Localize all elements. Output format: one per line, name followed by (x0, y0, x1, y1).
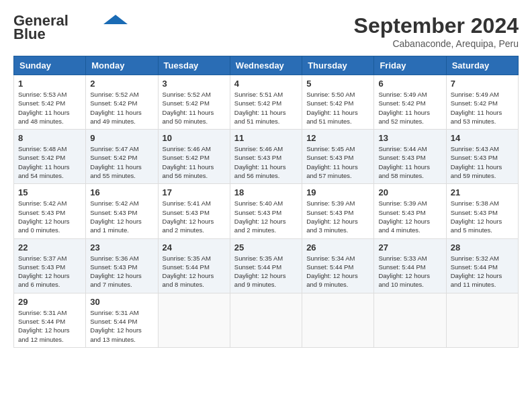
day-number: 26 (306, 242, 369, 253)
day-number: 11 (234, 133, 298, 143)
day-info: Sunrise: 5:41 AMSunset: 5:43 PMDaylight:… (163, 199, 226, 234)
calendar-cell: 14Sunrise: 5:43 AMSunset: 5:43 PMDayligh… (446, 130, 518, 184)
day-number: 23 (90, 242, 153, 253)
day-info: Sunrise: 5:33 AMSunset: 5:44 PMDaylight:… (378, 254, 441, 289)
calendar-cell: 22Sunrise: 5:37 AMSunset: 5:43 PMDayligh… (14, 238, 86, 293)
day-info: Sunrise: 5:48 AMSunset: 5:42 PMDaylight:… (18, 144, 81, 180)
day-info: Sunrise: 5:51 AMSunset: 5:42 PMDaylight:… (234, 90, 298, 126)
day-number: 19 (306, 187, 369, 197)
col-header-tuesday: Tuesday (158, 56, 230, 75)
logo-blue: Blue (13, 27, 46, 42)
day-number: 8 (18, 133, 81, 143)
day-info: Sunrise: 5:42 AMSunset: 5:43 PMDaylight:… (90, 199, 153, 234)
week-row-3: 15Sunrise: 5:42 AMSunset: 5:43 PMDayligh… (14, 184, 519, 238)
day-number: 9 (90, 133, 153, 143)
day-number: 2 (90, 79, 153, 89)
day-number: 10 (163, 133, 226, 143)
day-number: 27 (378, 242, 441, 253)
calendar-cell: 27Sunrise: 5:33 AMSunset: 5:44 PMDayligh… (374, 238, 446, 293)
day-info: Sunrise: 5:34 AMSunset: 5:44 PMDaylight:… (306, 254, 369, 289)
day-number: 25 (234, 242, 298, 253)
day-number: 14 (451, 133, 514, 143)
title-block: September 2024 Cabanaconde, Arequipa, Pe… (354, 13, 519, 49)
calendar-cell: 21Sunrise: 5:38 AMSunset: 5:43 PMDayligh… (446, 184, 518, 238)
calendar-title: September 2024 (354, 13, 519, 38)
calendar-cell: 24Sunrise: 5:35 AMSunset: 5:44 PMDayligh… (158, 238, 230, 293)
day-info: Sunrise: 5:52 AMSunset: 5:42 PMDaylight:… (90, 90, 153, 126)
calendar-cell: 18Sunrise: 5:40 AMSunset: 5:43 PMDayligh… (230, 184, 302, 238)
calendar-cell: 25Sunrise: 5:35 AMSunset: 5:44 PMDayligh… (230, 238, 302, 293)
calendar-cell: 10Sunrise: 5:46 AMSunset: 5:42 PMDayligh… (158, 130, 230, 184)
calendar-subtitle: Cabanaconde, Arequipa, Peru (354, 38, 519, 49)
day-number: 13 (378, 133, 441, 143)
day-info: Sunrise: 5:52 AMSunset: 5:42 PMDaylight:… (163, 90, 226, 126)
day-info: Sunrise: 5:44 AMSunset: 5:43 PMDaylight:… (378, 144, 441, 180)
day-number: 20 (378, 187, 441, 197)
calendar-cell: 30Sunrise: 5:31 AMSunset: 5:44 PMDayligh… (86, 293, 158, 347)
calendar-cell: 29Sunrise: 5:31 AMSunset: 5:44 PMDayligh… (14, 293, 86, 347)
week-row-4: 22Sunrise: 5:37 AMSunset: 5:43 PMDayligh… (14, 238, 519, 293)
day-info: Sunrise: 5:46 AMSunset: 5:42 PMDaylight:… (163, 144, 226, 180)
day-info: Sunrise: 5:46 AMSunset: 5:43 PMDaylight:… (234, 144, 298, 180)
day-info: Sunrise: 5:31 AMSunset: 5:44 PMDaylight:… (90, 308, 153, 344)
day-number: 24 (163, 242, 226, 253)
day-number: 16 (90, 187, 153, 197)
calendar-cell: 3Sunrise: 5:52 AMSunset: 5:42 PMDaylight… (158, 75, 230, 130)
calendar-cell: 7Sunrise: 5:49 AMSunset: 5:42 PMDaylight… (446, 75, 518, 130)
calendar-cell: 9Sunrise: 5:47 AMSunset: 5:42 PMDaylight… (86, 130, 158, 184)
week-row-5: 29Sunrise: 5:31 AMSunset: 5:44 PMDayligh… (14, 293, 519, 347)
day-info: Sunrise: 5:45 AMSunset: 5:43 PMDaylight:… (306, 144, 369, 180)
day-info: Sunrise: 5:43 AMSunset: 5:43 PMDaylight:… (451, 144, 514, 180)
day-info: Sunrise: 5:42 AMSunset: 5:43 PMDaylight:… (18, 199, 81, 234)
day-info: Sunrise: 5:31 AMSunset: 5:44 PMDaylight:… (18, 308, 81, 344)
calendar-cell: 13Sunrise: 5:44 AMSunset: 5:43 PMDayligh… (374, 130, 446, 184)
calendar-cell: 2Sunrise: 5:52 AMSunset: 5:42 PMDaylight… (86, 75, 158, 130)
col-header-friday: Friday (374, 56, 446, 75)
calendar-cell: 4Sunrise: 5:51 AMSunset: 5:42 PMDaylight… (230, 75, 302, 130)
day-info: Sunrise: 5:38 AMSunset: 5:43 PMDaylight:… (451, 199, 514, 234)
col-header-wednesday: Wednesday (230, 56, 302, 75)
day-number: 18 (234, 187, 298, 197)
calendar-cell (374, 293, 446, 347)
day-info: Sunrise: 5:39 AMSunset: 5:43 PMDaylight:… (306, 199, 369, 234)
day-info: Sunrise: 5:50 AMSunset: 5:42 PMDaylight:… (306, 90, 369, 126)
day-number: 30 (90, 297, 153, 307)
day-info: Sunrise: 5:39 AMSunset: 5:43 PMDaylight:… (378, 199, 441, 234)
calendar-cell: 6Sunrise: 5:49 AMSunset: 5:42 PMDaylight… (374, 75, 446, 130)
calendar-cell (158, 293, 230, 347)
day-number: 5 (306, 79, 369, 89)
day-info: Sunrise: 5:37 AMSunset: 5:43 PMDaylight:… (18, 254, 81, 289)
calendar-cell: 17Sunrise: 5:41 AMSunset: 5:43 PMDayligh… (158, 184, 230, 238)
day-number: 7 (451, 79, 514, 89)
day-number: 28 (451, 242, 514, 253)
week-row-1: 1Sunrise: 5:53 AMSunset: 5:42 PMDaylight… (14, 75, 519, 130)
day-info: Sunrise: 5:49 AMSunset: 5:42 PMDaylight:… (378, 90, 441, 126)
logo-icon (103, 15, 128, 24)
calendar-cell: 5Sunrise: 5:50 AMSunset: 5:42 PMDaylight… (302, 75, 374, 130)
page-header: General Blue September 2024 Cabanaconde,… (13, 13, 519, 49)
calendar-cell: 16Sunrise: 5:42 AMSunset: 5:43 PMDayligh… (86, 184, 158, 238)
day-info: Sunrise: 5:35 AMSunset: 5:44 PMDaylight:… (234, 254, 298, 289)
calendar-cell: 23Sunrise: 5:36 AMSunset: 5:43 PMDayligh… (86, 238, 158, 293)
day-number: 3 (163, 79, 226, 89)
calendar-cell (230, 293, 302, 347)
col-header-thursday: Thursday (302, 56, 374, 75)
day-number: 29 (18, 297, 81, 307)
logo: General Blue (13, 13, 128, 42)
week-row-2: 8Sunrise: 5:48 AMSunset: 5:42 PMDaylight… (14, 130, 519, 184)
day-number: 22 (18, 242, 81, 253)
calendar-cell: 19Sunrise: 5:39 AMSunset: 5:43 PMDayligh… (302, 184, 374, 238)
calendar-cell: 1Sunrise: 5:53 AMSunset: 5:42 PMDaylight… (14, 75, 86, 130)
calendar-cell: 26Sunrise: 5:34 AMSunset: 5:44 PMDayligh… (302, 238, 374, 293)
calendar-cell: 8Sunrise: 5:48 AMSunset: 5:42 PMDaylight… (14, 130, 86, 184)
day-number: 1 (18, 79, 81, 89)
day-number: 17 (163, 187, 226, 197)
col-header-monday: Monday (86, 56, 158, 75)
day-info: Sunrise: 5:53 AMSunset: 5:42 PMDaylight:… (18, 90, 81, 126)
day-info: Sunrise: 5:49 AMSunset: 5:42 PMDaylight:… (451, 90, 514, 126)
calendar-cell: 20Sunrise: 5:39 AMSunset: 5:43 PMDayligh… (374, 184, 446, 238)
day-number: 6 (378, 79, 441, 89)
calendar-cell: 11Sunrise: 5:46 AMSunset: 5:43 PMDayligh… (230, 130, 302, 184)
day-number: 21 (451, 187, 514, 197)
day-number: 12 (306, 133, 369, 143)
